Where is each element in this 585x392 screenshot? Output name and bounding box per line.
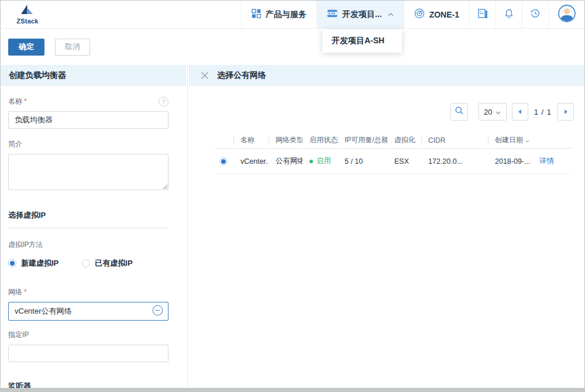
nav-notifications-button[interactable] <box>495 1 522 28</box>
radio-existing-vip-control[interactable] <box>82 259 90 267</box>
header-cidr: CIDR <box>421 136 488 145</box>
cell-virtualization: ESX <box>387 157 421 166</box>
left-panel-title: 创建负载均衡器 <box>9 70 66 81</box>
radio-new-vip-label: 新建虚拟IP <box>21 258 58 269</box>
page-indicator: 1 / 1 <box>534 108 552 116</box>
zstack-logo-text: ZStack <box>16 18 38 25</box>
project-dropdown: 开发项目A-SH <box>322 29 402 53</box>
name-input[interactable] <box>8 111 168 129</box>
cancel-button[interactable]: 取消 <box>55 39 90 56</box>
nav-project-label: 开发项目... <box>342 9 382 20</box>
zstack-logo-icon <box>20 5 35 17</box>
header-ip-quota: IP可用量/总额 <box>338 135 387 145</box>
nav-console-button[interactable] <box>469 1 495 28</box>
document-icon <box>477 8 488 21</box>
confirm-button[interactable]: 确定 <box>8 39 44 56</box>
navbar-right: 产品与服务 开发项目... <box>241 1 584 28</box>
public-network-table: 名称 网络类型 启用状态 IP可用量/总额 虚拟化 CIDR 创建日期 <box>215 132 573 174</box>
network-select-field[interactable] <box>8 302 168 321</box>
search-button[interactable] <box>450 103 468 121</box>
create-load-balancer-panel: 创建负载均衡器 名称* ? 简介 选择虚拟IP 虚拟IP方法 <box>1 65 188 388</box>
nav-project-selector[interactable]: 开发项目... <box>316 1 404 28</box>
avatar <box>558 4 576 25</box>
nav-history-button[interactable] <box>522 1 548 28</box>
next-page-icon <box>565 109 567 114</box>
details-link[interactable]: 详情 <box>539 156 554 166</box>
zone-icon <box>414 8 425 20</box>
cell-network-type: 公有网络 <box>269 156 302 166</box>
table-header-row: 名称 网络类型 启用状态 IP可用量/总额 虚拟化 CIDR 创建日期 <box>215 132 573 149</box>
radio-new-vip[interactable]: 新建虚拟IP <box>8 258 58 269</box>
chevron-up-icon <box>388 13 394 16</box>
action-bar: 确定 取消 <box>1 29 584 65</box>
vip-method-radio-group: 新建虚拟IP 已有虚拟IP <box>8 258 168 269</box>
search-icon <box>455 106 464 118</box>
remove-network-icon[interactable] <box>152 305 163 318</box>
network-label: 网络* <box>8 287 27 297</box>
specified-ip-input[interactable] <box>8 345 168 362</box>
header-virtualization: 虚拟化 <box>387 135 421 145</box>
row-select-radio[interactable] <box>219 157 228 166</box>
cell-create-date: 2018-09-... <box>488 157 532 166</box>
description-textarea[interactable] <box>8 154 168 190</box>
specified-ip-label: 指定IP <box>8 330 29 340</box>
prev-page-icon <box>518 109 521 114</box>
next-page-button[interactable] <box>558 103 574 121</box>
top-navbar: ZStack 产品与服务 <box>1 1 584 29</box>
listener-section-title: 监听器 <box>8 381 168 388</box>
table-toolbar: 20 1 / 1 <box>188 103 584 121</box>
name-label: 名称* <box>8 97 27 106</box>
nav-zone-label: ZONE-1 <box>429 10 459 19</box>
bell-icon <box>504 8 514 21</box>
right-panel-title: 选择公有网络 <box>217 70 266 81</box>
table-row[interactable]: vCenter... 公有网络 启用 5 / 10 ESX 172.20.0..… <box>215 149 573 174</box>
status-text: 启用 <box>316 156 331 166</box>
page-size-value: 20 <box>484 108 492 116</box>
status-dot <box>309 160 313 163</box>
project-icon <box>327 9 338 19</box>
radio-existing-vip[interactable]: 已有虚拟IP <box>82 258 132 269</box>
chevron-down-icon <box>495 108 501 116</box>
nav-products-label: 产品与服务 <box>266 9 307 20</box>
left-panel-header: 创建负载均衡器 <box>1 65 186 86</box>
history-clock-icon <box>530 8 541 21</box>
right-panel-header: 选择公有网络 <box>189 65 584 86</box>
nav-user-menu[interactable] <box>548 1 584 28</box>
prev-page-button[interactable] <box>512 103 528 121</box>
nav-zone-selector[interactable]: ZONE-1 <box>404 1 469 28</box>
header-name: 名称 <box>233 135 269 145</box>
main-area: 创建负载均衡器 名称* ? 简介 选择虚拟IP 虚拟IP方法 <box>1 65 584 388</box>
cell-ip-quota: 5 / 10 <box>338 157 387 166</box>
header-state: 启用状态 <box>302 135 338 145</box>
page-size-select[interactable]: 20 <box>479 103 507 121</box>
radio-existing-vip-label: 已有虚拟IP <box>95 258 132 269</box>
cell-cidr: 172.20.0... <box>421 157 488 166</box>
header-create-date[interactable]: 创建日期 <box>488 135 532 145</box>
description-label: 简介 <box>8 139 22 149</box>
sort-caret-icon <box>525 136 529 145</box>
close-icon[interactable] <box>201 71 209 80</box>
header-network-type: 网络类型 <box>269 135 302 145</box>
help-icon[interactable]: ? <box>159 97 168 106</box>
vip-section-title: 选择虚拟IP <box>8 210 168 228</box>
project-dropdown-item[interactable]: 开发项目A-SH <box>322 29 402 53</box>
nav-products-services[interactable]: 产品与服务 <box>241 1 316 28</box>
horizontal-scrollbar[interactable] <box>1 388 584 391</box>
select-public-network-panel: 选择公有网络 20 <box>188 65 584 388</box>
load-balancer-form: 名称* ? 简介 选择虚拟IP 虚拟IP方法 新建虚拟IP <box>1 97 187 388</box>
grid-icon <box>252 9 261 20</box>
cell-state: 启用 <box>302 156 338 166</box>
network-input[interactable] <box>15 307 152 316</box>
required-mark: * <box>24 97 27 105</box>
radio-new-vip-control[interactable] <box>8 259 16 267</box>
vip-method-label: 虚拟IP方法 <box>8 240 43 250</box>
cell-name: vCenter... <box>233 157 269 166</box>
zstack-logo[interactable]: ZStack <box>12 1 43 28</box>
app-window: ZStack 产品与服务 <box>0 0 585 392</box>
